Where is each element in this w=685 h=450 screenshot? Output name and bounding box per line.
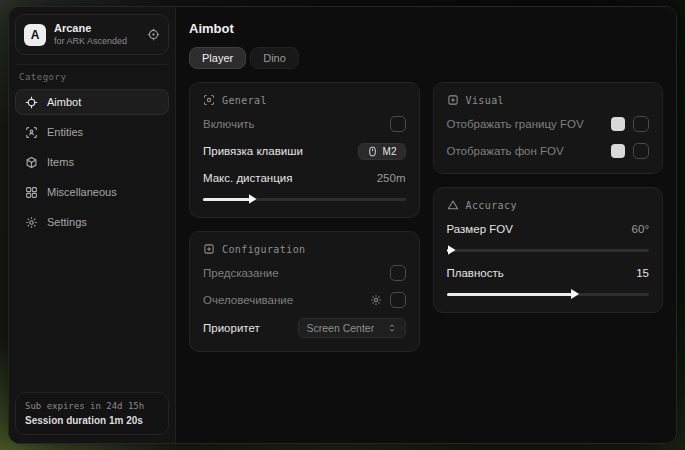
sidebar-item-label: Entities: [47, 126, 83, 138]
prediction-label: Предсказание: [203, 267, 279, 279]
sidebar-item-label: Miscellaneous: [47, 186, 117, 198]
main-content: Aimbot Player Dino General: [176, 7, 676, 443]
tab-bar: Player Dino: [189, 47, 663, 69]
enable-checkbox[interactable]: [390, 116, 406, 132]
smoothness-value: 15: [636, 267, 649, 279]
priority-select[interactable]: Screen Center: [298, 318, 406, 338]
priority-label: Приоритет: [203, 322, 260, 334]
fov-size-slider[interactable]: [447, 245, 650, 255]
crosshair-icon: [25, 96, 38, 109]
sidebar-item-miscellaneous[interactable]: Miscellaneous: [15, 179, 169, 205]
sidebar-divider: [17, 64, 167, 65]
fov-border-label: Отображать границу FOV: [447, 118, 584, 130]
keybind-button[interactable]: M2: [358, 143, 406, 160]
brand-card: A Arcane for ARK Ascended: [15, 14, 169, 55]
humanize-checkbox[interactable]: [390, 292, 406, 308]
app-window: A Arcane for ARK Ascended Category A: [8, 6, 677, 444]
brand-subtitle: for ARK Ascended: [54, 36, 139, 47]
brand-logo: A: [24, 24, 46, 46]
card-title: Configuration: [222, 244, 305, 255]
configuration-card: Configuration Предсказание Очеловечивани…: [189, 231, 420, 352]
accuracy-card: Accuracy Размер FOV 60° П: [433, 187, 664, 313]
visual-icon: [447, 94, 459, 106]
sub-expires-text: Sub expires in 24d 15h: [25, 401, 159, 411]
sidebar-item-label: Items: [47, 156, 74, 168]
card-title: Accuracy: [466, 200, 517, 211]
tab-dino[interactable]: Dino: [250, 47, 299, 69]
max-distance-value: 250m: [377, 172, 406, 184]
fov-border-checkbox[interactable]: [633, 116, 649, 132]
card-title: Visual: [466, 95, 505, 106]
max-distance-slider[interactable]: [203, 194, 406, 204]
fov-bg-checkbox[interactable]: [633, 143, 649, 159]
visual-card: Visual Отображать границу FOV Отображать…: [433, 82, 664, 174]
sidebar-item-settings[interactable]: Settings: [15, 209, 169, 235]
page-title: Aimbot: [189, 21, 663, 36]
category-label: Category: [19, 72, 165, 82]
brand-name: Arcane: [54, 22, 139, 36]
keybind-value: M2: [383, 146, 397, 157]
sidebar: A Arcane for ARK Ascended Category A: [9, 7, 176, 443]
keybind-label: Привязка клавиши: [203, 145, 303, 157]
tab-player[interactable]: Player: [189, 47, 246, 69]
fov-size-label: Размер FOV: [447, 223, 513, 235]
fov-border-color-swatch[interactable]: [611, 117, 625, 131]
subscription-info-card: Sub expires in 24d 15h Session duration …: [15, 392, 169, 435]
grid-icon: [25, 186, 38, 199]
card-title: General: [222, 95, 267, 106]
slider-thumb[interactable]: [571, 289, 579, 299]
slider-thumb[interactable]: [448, 245, 456, 255]
max-distance-label: Макс. дистанция: [203, 172, 292, 184]
priority-selected-value: Screen Center: [307, 322, 375, 334]
target-icon[interactable]: [147, 28, 160, 41]
enable-label: Включить: [203, 118, 255, 130]
humanize-settings-gear-icon[interactable]: [370, 294, 382, 306]
sidebar-item-items[interactable]: Items: [15, 149, 169, 175]
smoothness-slider[interactable]: [447, 289, 650, 299]
session-duration-text: Session duration 1m 20s: [25, 415, 159, 426]
accuracy-triangle-icon: [447, 199, 459, 211]
smoothness-label: Плавность: [447, 267, 504, 279]
entities-scan-icon: [25, 126, 38, 139]
sidebar-nav: Aimbot Entities Items: [15, 89, 169, 235]
prediction-checkbox[interactable]: [390, 265, 406, 281]
gear-icon: [25, 216, 38, 229]
configuration-icon: [203, 243, 215, 255]
general-scan-icon: [203, 94, 215, 106]
select-unfold-icon: [387, 323, 397, 333]
sidebar-item-aimbot[interactable]: Aimbot: [15, 89, 169, 115]
fov-size-value: 60°: [632, 223, 649, 235]
humanize-label: Очеловечивание: [203, 294, 293, 306]
fov-bg-label: Отображать фон FOV: [447, 145, 564, 157]
sidebar-item-label: Aimbot: [47, 96, 81, 108]
sidebar-item-entities[interactable]: Entities: [15, 119, 169, 145]
sidebar-item-label: Settings: [47, 216, 87, 228]
general-card: General Включить Привязка клавиши: [189, 82, 420, 218]
slider-thumb[interactable]: [249, 194, 257, 204]
fov-bg-color-swatch[interactable]: [611, 144, 625, 158]
items-cube-icon: [25, 156, 38, 169]
mouse-icon: [367, 146, 378, 157]
